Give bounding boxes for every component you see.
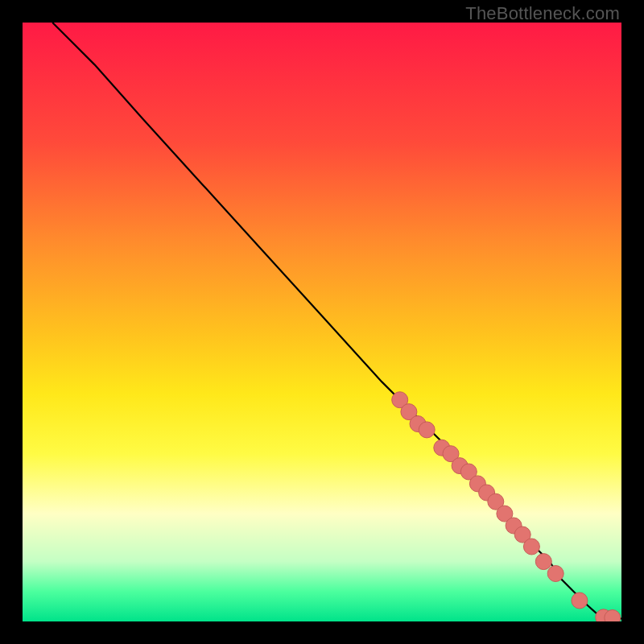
chart-overlay [23,23,621,621]
scatter-dot [523,539,539,555]
watermark-text: TheBottleneck.com [465,3,620,24]
scatter-dot [605,610,621,622]
scatter-dot [535,554,551,570]
curve-line [52,23,621,618]
chart-frame: TheBottleneck.com [0,0,644,644]
scatter-dot [547,566,564,582]
scatter-points [392,392,621,621]
scatter-dot [419,422,435,438]
scatter-dot [572,592,588,609]
